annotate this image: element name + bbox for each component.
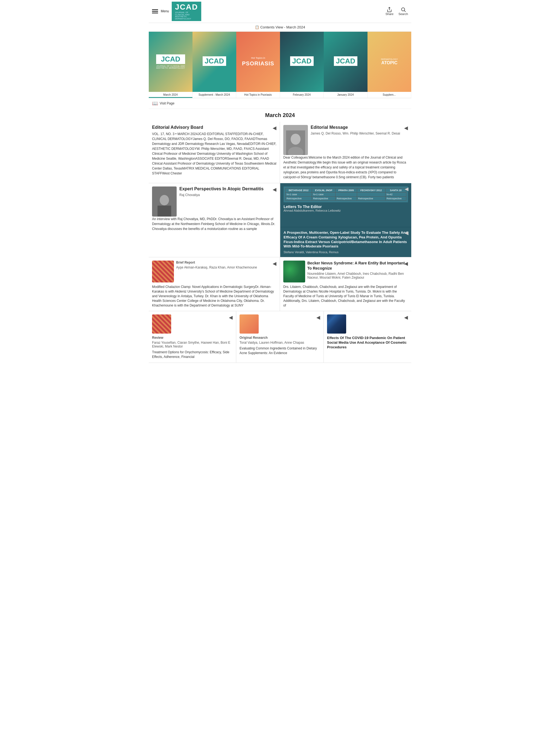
carousel-item-supp2[interactable]: DERMATOLOGY ATOPIC Supplem...	[367, 32, 411, 98]
contents-bar: 📋 Contents View - March 2024	[149, 23, 411, 32]
becker-body: Drs. Litaiem, Chabbouh, Chabchoub, and Z…	[283, 285, 408, 308]
review-type: Review	[152, 336, 233, 340]
editorial-advisory-card[interactable]: ◀ Editorial Advisory Board VOL. 17, NO. …	[149, 122, 280, 183]
becker-nevus-card[interactable]: ◀ Becker Nevus Syndrome: A Rare Entity B…	[280, 257, 411, 311]
brief-report-authors: Ayşe Akman-Karakaş, Raza Khan, Amor Khac…	[176, 265, 257, 269]
covid-effects-card[interactable]: ◀ Effects Of The COVID-19 Pandemic On Pa…	[324, 311, 411, 363]
mid-row: ◀ Expert Perspectives In Atopic Dermatit…	[149, 183, 411, 258]
nav-left: Menu JCAD JOURNAL OFCLINICAL ANDAESTHETI…	[152, 2, 201, 21]
review-thumb	[152, 314, 171, 334]
issue-carousel: JCAD JOURNAL OF CLINICAL ANDAESTHETIC DE…	[149, 32, 411, 98]
letters-arrow[interactable]: ◀	[405, 186, 408, 192]
prospective-authors: Stefano Veraldi, Valentina Rosca, Remus	[284, 251, 408, 254]
nav-right: Share Search	[385, 7, 408, 16]
covid-title: Effects Of The COVID-19 Pandemic On Pati…	[327, 336, 408, 350]
editorial-advisory-arrow[interactable]: ◀	[273, 125, 276, 131]
menu-button[interactable]	[152, 9, 158, 14]
original-research-body: Evaluating Common Ingredients Contained …	[239, 346, 320, 356]
original-research-card[interactable]: ◀ Original Research Toral Vaidya, Lauren…	[236, 311, 324, 363]
svg-line-1	[404, 11, 406, 12]
right-stack: ◀ BETARAGE 2012EVOLNL JNOPPRIKRA 2005FEC…	[280, 183, 411, 257]
carousel-item-feb2024[interactable]: JCAD February 2024	[280, 32, 324, 98]
prospective-arrow[interactable]: ◀	[405, 230, 408, 236]
menu-label: Menu	[161, 9, 169, 13]
svg-point-6	[160, 195, 169, 205]
becker-arrow[interactable]: ◀	[404, 261, 408, 266]
brief-report-card[interactable]: ◀ Brief Report Ayşe Akman-Karakaş, Raza …	[149, 257, 280, 311]
brief-report-type: Brief Report	[176, 261, 257, 264]
search-button[interactable]: Search	[399, 7, 408, 16]
original-research-authors: Toral Vaidya, Lauren Hoffman, Anne Chapa…	[239, 341, 320, 344]
brief-report-arrow[interactable]: ◀	[273, 261, 276, 266]
letters-authors: Ahmad Alabdulkareem, Rebecca Leibowitz	[284, 209, 408, 212]
letters-table: BETARAGE 2012EVOLNL JNOPPRIKRA 2005FECHO…	[285, 188, 406, 201]
svg-point-3	[291, 134, 301, 145]
letters-title: Letters To The Editor	[284, 205, 408, 209]
review-card[interactable]: ◀ Review Faraz Yousefian, Ciaran Smythe,…	[149, 311, 236, 363]
original-research-type: Original Research	[239, 336, 320, 340]
editorial-row: ◀ Editorial Advisory Board VOL. 17, NO. …	[149, 122, 411, 183]
svg-point-0	[401, 8, 405, 11]
editorial-message-card[interactable]: ◀ Editorial Message James Q. Del Rosso, …	[280, 122, 411, 183]
carousel-item-psoriasis[interactable]: Hot Topics in PSORIASIS Hot Topics in Ps…	[236, 32, 280, 98]
editorial-message-body: Dear Colleagues:Welcome to the March 202…	[283, 155, 408, 180]
logo-subtitle: JOURNAL OFCLINICAL ANDAESTHETICDERMATOLO…	[175, 11, 198, 20]
brief-report-thumb	[152, 261, 174, 282]
carousel-item-supp-mar2024[interactable]: JCAD Supplement - March 2024	[193, 32, 236, 98]
share-button[interactable]: Share	[385, 7, 393, 16]
editorial-message-arrow[interactable]: ◀	[404, 125, 408, 131]
expert-body: An interview with Raj Chovatiya, MD, PhD…	[152, 216, 276, 231]
becker-authors: Noureddine Litaiem, Amel Chabbouh, Ines …	[307, 272, 408, 279]
contents-text: Contents View - March 2024	[260, 25, 305, 29]
logo[interactable]: JCAD JOURNAL OFCLINICAL ANDAESTHETICDERM…	[172, 2, 201, 21]
expert-photo	[152, 186, 177, 216]
expert-arrow[interactable]: ◀	[273, 186, 276, 192]
brief-report-body: Modified Chalazion Clamp: Novel Applicat…	[152, 285, 276, 308]
bottom-three-row: ◀ Review Faraz Yousefian, Ciaran Smythe,…	[149, 311, 411, 363]
contents-icon: 📋	[255, 25, 259, 29]
carousel-item-jan2024[interactable]: JCAD January 2024	[324, 32, 367, 98]
carousel-item-mar2024[interactable]: JCAD JOURNAL OF CLINICAL ANDAESTHETIC DE…	[149, 32, 193, 98]
letters-card[interactable]: ◀ BETARAGE 2012EVOLNL JNOPPRIKRA 2005FEC…	[280, 183, 411, 227]
top-nav: Menu JCAD JOURNAL OFCLINICAL ANDAESTHETI…	[149, 0, 411, 23]
original-research-thumb	[239, 314, 259, 334]
main-title: March 2024	[149, 109, 411, 122]
logo-text: JCAD	[175, 3, 198, 11]
expert-perspectives-card[interactable]: ◀ Expert Perspectives In Atopic Dermatit…	[149, 183, 280, 257]
original-research-arrow[interactable]: ◀	[316, 314, 320, 320]
editorial-advisory-title: Editorial Advisory Board	[152, 125, 276, 130]
prospective-card[interactable]: ◀ A Prospective, Multicenter, Open-Label…	[280, 227, 411, 257]
becker-title: Becker Nevus Syndrome: A Rare Entity But…	[307, 261, 408, 271]
becker-thumb	[283, 261, 305, 282]
covid-arrow[interactable]: ◀	[404, 314, 408, 320]
prospective-title: A Prospective, Multicenter, Open-Label S…	[284, 231, 408, 249]
visit-page-button[interactable]: 📖 Visit Page	[149, 98, 411, 109]
covid-thumb	[327, 314, 346, 334]
brief-becker-row: ◀ Brief Report Ayşe Akman-Karakaş, Raza …	[149, 257, 411, 311]
book-icon: 📖	[152, 100, 158, 106]
editorial-message-photo	[283, 125, 308, 155]
visit-page-label: Visit Page	[160, 101, 175, 105]
editorial-advisory-body: VOL. 17, NO. 3 • MARCH 2024JCAD EDITORIA…	[152, 131, 276, 176]
review-body: Treatment Options for Onychomycosis: Eff…	[152, 350, 233, 359]
review-authors: Faraz Yousefian, Ciaran Smythe, Haowei H…	[152, 341, 233, 349]
review-arrow[interactable]: ◀	[229, 314, 233, 320]
svg-rect-7	[157, 206, 171, 216]
